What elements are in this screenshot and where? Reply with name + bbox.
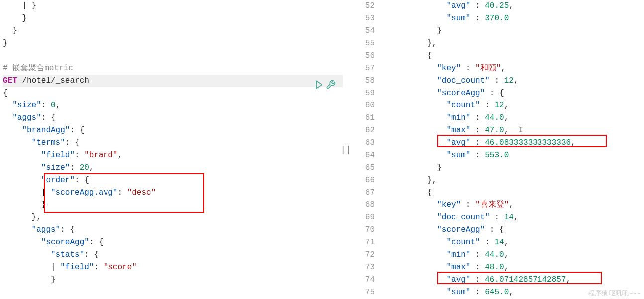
wrench-icon[interactable] — [326, 80, 336, 90]
request-actions — [314, 80, 336, 90]
request-editor-pane[interactable]: | } } } } # 嵌套聚合metric GET /hotel/_searc… — [0, 0, 343, 299]
comment-text: # 嵌套聚合metric — [3, 64, 73, 73]
svg-marker-0 — [316, 81, 322, 89]
pane-divider[interactable]: || — [343, 0, 349, 299]
request-code[interactable]: | } } } } # 嵌套聚合metric GET /hotel/_searc… — [0, 0, 343, 286]
text-cursor-icon: I — [518, 124, 523, 137]
response-code[interactable]: "avg" : 40.25, "sum" : 370.0 } }, { "key… — [380, 0, 644, 299]
http-method: GET — [3, 76, 17, 85]
request-path: /hotel/_search — [22, 76, 89, 85]
line-gutter: 52 53 54 55 56 57 58 59 60 61 62 63 64 6… — [349, 0, 380, 299]
response-pane[interactable]: 52 53 54 55 56 57 58 59 60 61 62 63 64 6… — [349, 0, 644, 299]
play-icon[interactable] — [314, 80, 324, 90]
watermark-text: 程序猿 呕吼吼~~~ — [588, 289, 640, 298]
